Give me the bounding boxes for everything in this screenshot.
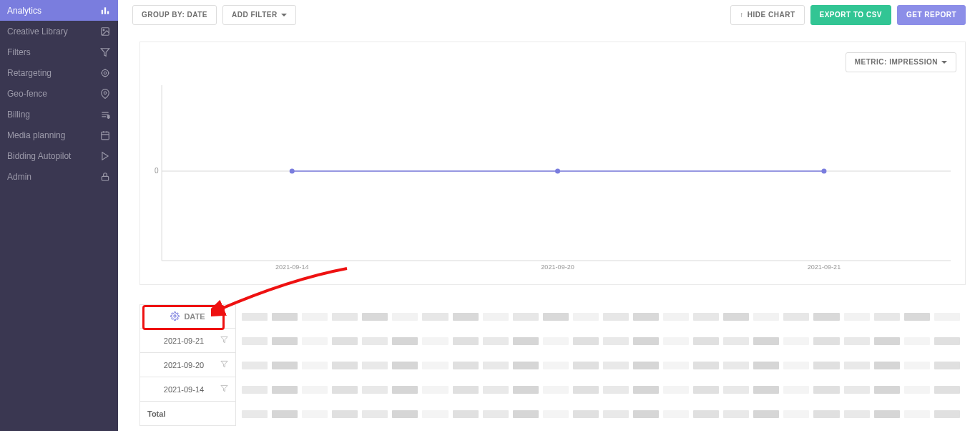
add-filter-label: ADD FILTER (232, 6, 278, 24)
arrow-up-icon: ↑ (740, 6, 744, 24)
date-header-label: DATE (184, 312, 205, 321)
sidebar-item-retargeting[interactable]: Retargeting (0, 62, 118, 83)
total-cells (236, 402, 966, 426)
add-filter-button[interactable]: ADD FILTER (222, 5, 296, 25)
x-tick-0: 2021-09-14 (275, 263, 309, 271)
image-icon (99, 26, 111, 37)
sidebar-item-media-planning[interactable]: Media planning (0, 125, 118, 145)
table-row: 2021-09-20 (139, 353, 966, 377)
svg-rect-11 (102, 176, 108, 180)
target-icon (99, 68, 111, 78)
caret-down-icon (281, 14, 287, 16)
date-value: 2021-09-21 (147, 336, 220, 345)
date-value: 2021-09-20 (147, 361, 220, 369)
svg-text:$: $ (107, 114, 110, 118)
date-cell[interactable]: 2021-09-21 (139, 329, 236, 353)
total-cell: Total (139, 402, 236, 426)
money-icon: $ (99, 110, 111, 120)
svg-point-7 (104, 92, 107, 94)
export-csv-button[interactable]: EXPORT TO CSV (810, 5, 891, 25)
calendar-icon (99, 130, 111, 140)
date-cell[interactable]: 2021-09-14 (139, 377, 236, 402)
data-point-0 (290, 169, 295, 174)
svg-rect-9 (102, 132, 109, 140)
table-header-rest (236, 304, 966, 329)
sidebar-item-creative-library[interactable]: Creative Library (0, 21, 118, 42)
sidebar-item-filters[interactable]: Filters (0, 42, 118, 62)
table-row: 2021-09-21 (139, 329, 966, 353)
sidebar-item-label: Bidding Autopilot (7, 151, 71, 161)
caret-down-icon (941, 61, 947, 64)
data-table: DATE 2021-09-212021-09-202021-09-14Total (139, 304, 966, 431)
sidebar-item-analytics[interactable]: Analytics (0, 0, 118, 21)
date-header-cell[interactable]: DATE (139, 304, 236, 329)
table-header-row: DATE (139, 304, 966, 329)
funnel-icon[interactable] (220, 336, 228, 345)
x-tick-2: 2021-09-21 (808, 263, 841, 271)
sidebar-item-label: Filters (7, 47, 31, 57)
bar-icon (99, 6, 111, 16)
sidebar-item-label: Retargeting (7, 68, 52, 78)
sidebar-item-admin[interactable]: Admin (0, 166, 118, 187)
data-cells (236, 377, 966, 402)
metric-label: METRIC: IMPRESSION (855, 53, 938, 72)
y-tick-0: 0 (155, 167, 159, 175)
sidebar-item-label: Geo-fence (7, 89, 47, 99)
sidebar-item-label: Admin (7, 172, 31, 182)
group-by-button[interactable]: GROUP BY: DATE (132, 5, 217, 25)
svg-rect-0 (102, 9, 103, 14)
metric-dropdown[interactable]: METRIC: IMPRESSION (846, 52, 956, 72)
svg-point-6 (104, 72, 107, 74)
lock-icon (99, 172, 111, 182)
data-point-2 (821, 169, 826, 174)
gear-icon[interactable] (170, 311, 180, 322)
svg-point-4 (103, 29, 104, 31)
svg-marker-10 (102, 152, 108, 160)
get-report-button[interactable]: GET REPORT (897, 5, 966, 25)
sidebar-item-bidding-autopilot[interactable]: Bidding Autopilot (0, 145, 118, 166)
toolbar: GROUP BY: DATE ADD FILTER ↑ HIDE CHART E… (132, 4, 966, 26)
hide-chart-label: HIDE CHART (748, 6, 795, 24)
funnel-icon[interactable] (220, 360, 228, 369)
svg-rect-2 (107, 11, 109, 14)
x-tick-1: 2021-09-20 (541, 263, 574, 271)
sidebar-item-billing[interactable]: Billing$ (0, 104, 118, 125)
chart-plot: 0 2021-09-14 2021-09-20 2021-09-21 (155, 82, 951, 275)
sidebar-item-label: Billing (7, 110, 30, 120)
main-area: GROUP BY: DATE ADD FILTER ↑ HIDE CHART E… (118, 0, 980, 431)
svg-point-5 (102, 69, 108, 76)
data-cells (236, 353, 966, 377)
chart-container: METRIC: IMPRESSION 0 2021-09-14 2021-09-… (139, 42, 966, 285)
sidebar-item-label: Creative Library (7, 26, 68, 37)
data-cells (236, 329, 966, 353)
date-cell[interactable]: 2021-09-20 (139, 353, 236, 377)
play-icon (99, 151, 111, 161)
funnel-icon (99, 47, 111, 57)
funnel-icon[interactable] (220, 384, 228, 394)
sidebar-item-geo-fence[interactable]: Geo-fence (0, 83, 118, 104)
svg-rect-1 (104, 7, 106, 14)
hide-chart-button[interactable]: ↑ HIDE CHART (730, 5, 804, 25)
table-total-row: Total (139, 402, 966, 426)
sidebar-item-label: Analytics (7, 6, 41, 16)
table-row: 2021-09-14 (139, 377, 966, 402)
sidebar-item-label: Media planning (7, 130, 65, 140)
data-point-1 (555, 169, 560, 174)
pin-icon (99, 89, 111, 99)
svg-point-12 (174, 314, 176, 316)
sidebar: AnalyticsCreative LibraryFiltersRetarget… (0, 0, 118, 431)
date-value: 2021-09-14 (147, 385, 220, 394)
